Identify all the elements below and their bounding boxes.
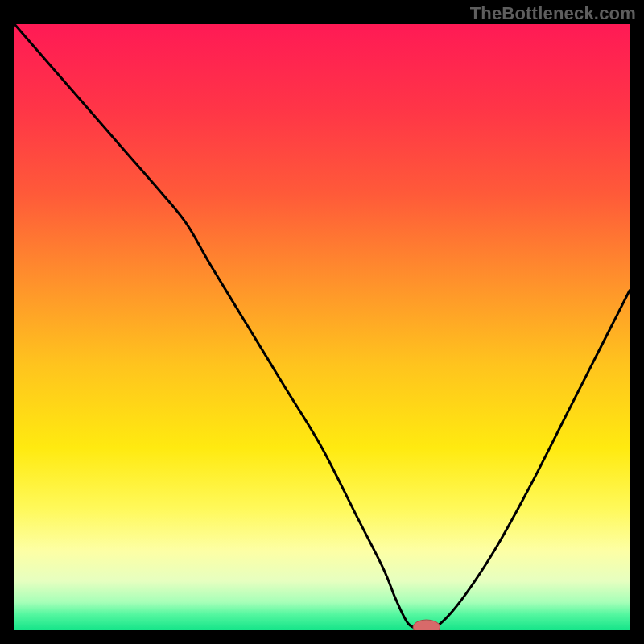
gradient-background bbox=[14, 24, 630, 630]
chart-container: TheBottleneck.com bbox=[0, 0, 644, 644]
plot-area bbox=[14, 24, 630, 630]
watermark-text: TheBottleneck.com bbox=[470, 3, 636, 24]
chart-svg bbox=[14, 24, 630, 630]
